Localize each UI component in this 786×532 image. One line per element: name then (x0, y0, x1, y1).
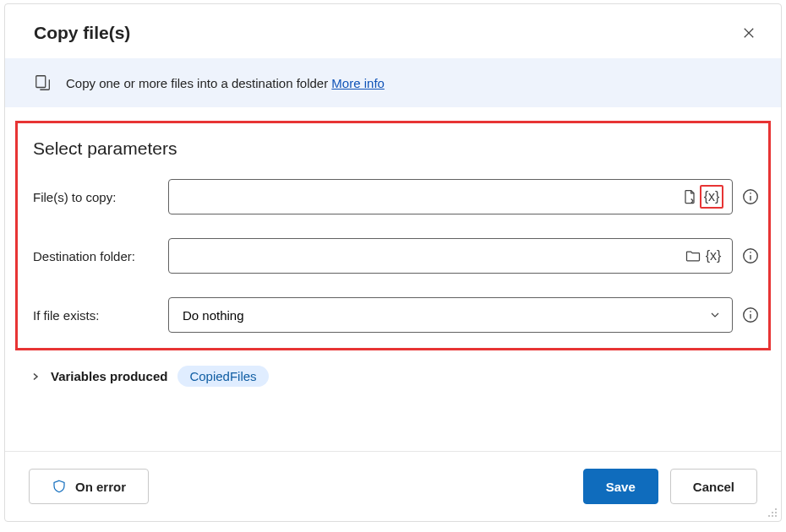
footer-left: On error (29, 469, 149, 504)
info-button-exists[interactable] (741, 306, 760, 324)
row-if-file-exists: If file exists: Do nothing (33, 297, 760, 333)
close-button[interactable] (740, 24, 757, 41)
svg-point-6 (750, 252, 751, 253)
files-to-copy-field[interactable]: {x} (168, 179, 733, 214)
svg-point-11 (772, 512, 773, 513)
save-label: Save (606, 480, 636, 494)
if-file-exists-select[interactable]: Do nothing (168, 297, 733, 333)
resize-handle[interactable] (767, 507, 778, 518)
row-files-to-copy: File(s) to copy: {x} (33, 179, 760, 214)
variables-produced-label: Variables produced (51, 369, 167, 383)
dialog-body: Select parameters File(s) to copy: (5, 107, 781, 451)
variables-produced-row: Variables produced CopiedFiles (30, 366, 756, 387)
save-button[interactable]: Save (583, 469, 658, 504)
select-folder-button[interactable] (683, 246, 703, 266)
on-error-button[interactable]: On error (29, 469, 149, 504)
svg-point-15 (775, 515, 777, 517)
info-banner: Copy one or more files into a destinatio… (5, 58, 781, 107)
files-to-copy-input[interactable] (177, 180, 680, 214)
label-files-to-copy: File(s) to copy: (33, 190, 168, 204)
svg-point-10 (775, 508, 777, 510)
cancel-button[interactable]: Cancel (670, 469, 757, 504)
if-file-exists-value: Do nothing (183, 308, 244, 323)
chevron-down-icon (708, 308, 722, 322)
svg-rect-0 (36, 76, 46, 88)
variables-produced-expander[interactable] (30, 372, 41, 382)
info-button-dest[interactable] (741, 247, 760, 265)
svg-point-12 (775, 512, 777, 513)
resize-grip-icon (767, 507, 778, 518)
input-wrap-dest: {x} (168, 238, 760, 274)
select-parameters-section: Select parameters File(s) to copy: (15, 121, 771, 350)
select-file-button[interactable] (680, 187, 700, 207)
dialog-title: Copy file(s) (34, 23, 130, 43)
info-icon (741, 306, 760, 324)
info-icon (741, 187, 760, 206)
input-wrap-files: {x} (168, 179, 760, 214)
destination-folder-field[interactable]: {x} (168, 238, 733, 274)
shield-icon (52, 479, 67, 494)
dialog-footer: On error Save Cancel (5, 451, 781, 521)
input-wrap-exists: Do nothing (168, 297, 760, 333)
banner-description: Copy one or more files into a destinatio… (66, 76, 328, 90)
on-error-label: On error (75, 480, 126, 494)
more-info-link[interactable]: More info (331, 76, 385, 90)
chevron-right-icon (30, 372, 41, 382)
info-icon (741, 247, 760, 265)
file-picker-icon (681, 188, 698, 205)
footer-right: Save Cancel (583, 469, 757, 504)
folder-picker-icon (685, 247, 701, 264)
svg-point-9 (750, 311, 751, 312)
variable-chip-copiedfiles[interactable]: CopiedFiles (177, 366, 268, 387)
destination-folder-input[interactable] (177, 239, 683, 273)
row-destination-folder: Destination folder: {x} (33, 238, 760, 274)
dialog-header: Copy file(s) (5, 4, 781, 58)
svg-point-3 (750, 193, 751, 194)
dialog: Copy file(s) Copy one or more files into… (4, 3, 782, 522)
cancel-label: Cancel (693, 480, 734, 494)
svg-point-13 (768, 515, 770, 517)
banner-text: Copy one or more files into a destinatio… (66, 76, 385, 90)
label-if-file-exists: If file exists: (33, 308, 168, 323)
copy-files-icon (34, 73, 52, 92)
info-button-files[interactable] (741, 187, 760, 206)
section-title: Select parameters (33, 138, 760, 159)
label-destination-folder: Destination folder: (33, 249, 168, 263)
insert-variable-button-files[interactable]: {x} (700, 185, 723, 209)
close-icon (741, 25, 756, 41)
svg-point-14 (772, 515, 773, 517)
insert-variable-button-dest[interactable]: {x} (703, 246, 723, 266)
